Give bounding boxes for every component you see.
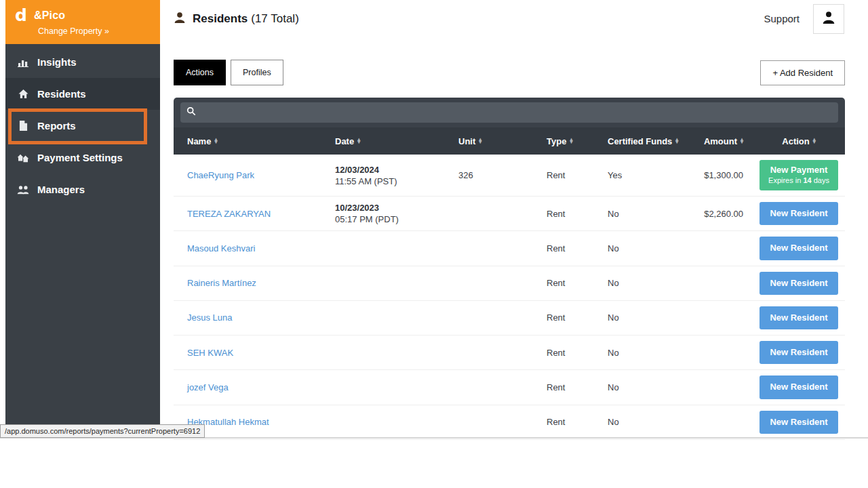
time-value: 11:55 AM (PST): [335, 176, 458, 186]
column-header-name[interactable]: Name ▴▾: [174, 136, 335, 146]
action-button-label: New Resident: [762, 382, 835, 392]
cell-type: Rent: [547, 382, 608, 392]
support-link[interactable]: Support: [764, 13, 800, 24]
sidebar-item-label: Reports: [37, 120, 76, 131]
cell-certified-funds: No: [608, 278, 685, 288]
search-icon: [186, 106, 196, 119]
cell-certified-funds: No: [608, 312, 685, 323]
cell-unit: 326: [458, 170, 547, 180]
table-row: TEREZA ZAKARYAN10/23/202305:17 PM (PDT)R…: [174, 197, 845, 231]
sidebar-item-reports[interactable]: Reports: [5, 110, 160, 142]
column-header-amount[interactable]: Amount ▴▾: [685, 136, 753, 146]
cell-certified-funds: No: [608, 417, 685, 427]
action-button-label: New Resident: [762, 347, 835, 358]
table-header-row: Name ▴▾ Date ▴▾ Unit ▴▾ Type ▴▾ Certifie…: [174, 127, 845, 155]
sort-icon: ▴▾: [479, 138, 481, 144]
sidebar-item-insights[interactable]: Insights: [5, 46, 160, 78]
residents-table: Name ▴▾ Date ▴▾ Unit ▴▾ Type ▴▾ Certifie…: [174, 98, 845, 440]
resident-person-icon: [174, 12, 186, 26]
new-payment-button[interactable]: New PaymentExpires in 14 days: [760, 160, 838, 190]
sidebar-item-residents[interactable]: Residents: [5, 78, 160, 110]
column-label: Amount: [704, 136, 737, 146]
resident-name-link[interactable]: jozef Vega: [187, 382, 229, 392]
time-value: 05:17 PM (PDT): [335, 214, 458, 224]
table-row: Raineris MartínezRentNoNew Resident: [174, 266, 845, 301]
action-button-label: New Resident: [762, 243, 835, 253]
sidebar: d &Pico Change Property » Insights Resid…: [5, 0, 160, 437]
domuso-logo-icon: d: [15, 7, 27, 24]
new-resident-button[interactable]: New Resident: [760, 411, 838, 434]
cell-name: ChaeRyung Park: [174, 170, 335, 180]
new-resident-button[interactable]: New Resident: [760, 306, 838, 329]
resident-name-link[interactable]: TEREZA ZAKARYAN: [187, 209, 271, 219]
column-header-action[interactable]: Action ▴▾: [753, 136, 845, 146]
table-toolbar: Name ▴▾ Date ▴▾ Unit ▴▾ Type ▴▾ Certifie…: [174, 98, 845, 155]
action-button-label: New Resident: [762, 208, 835, 219]
column-label: Name: [187, 136, 211, 146]
page-title: Residents(17 Total): [193, 12, 299, 26]
action-button-label: New Payment: [762, 165, 835, 176]
search-box[interactable]: [180, 102, 838, 123]
new-resident-button[interactable]: New Resident: [760, 237, 838, 260]
cell-action: New Resident: [753, 237, 845, 260]
table-row: Hekmatullah HekmatRentNoNew Resident: [174, 405, 845, 440]
cell-certified-funds: No: [608, 348, 685, 358]
column-header-certified-funds[interactable]: Certified Funds ▴▾: [608, 136, 685, 146]
sort-icon: ▴▾: [357, 138, 360, 144]
table-row: jozef VegaRentNoNew Resident: [174, 370, 845, 405]
table-row: Masoud KeshvariRentNoNew Resident: [174, 231, 845, 266]
cell-name: SEH KWAK: [174, 348, 335, 358]
cell-certified-funds: No: [608, 382, 685, 392]
cell-type: Rent: [547, 209, 608, 219]
table-row: SEH KWAKRentNoNew Resident: [174, 336, 845, 370]
cell-amount: $2,260.00: [685, 209, 753, 219]
account-menu-button[interactable]: [813, 4, 844, 34]
new-resident-button[interactable]: New Resident: [760, 341, 838, 364]
page-title-main: Residents: [193, 12, 248, 25]
cell-action: New PaymentExpires in 14 days: [753, 160, 845, 190]
tab-actions[interactable]: Actions: [174, 60, 226, 85]
bar-chart-icon: [17, 57, 29, 68]
search-input[interactable]: [200, 108, 832, 118]
add-resident-button[interactable]: + Add Resident: [760, 60, 845, 85]
new-resident-button[interactable]: New Resident: [760, 272, 838, 295]
people-icon: [17, 185, 29, 195]
cell-action: New Resident: [753, 375, 845, 399]
column-label: Type: [547, 136, 566, 146]
column-label: Certified Funds: [608, 136, 672, 146]
resident-name-link[interactable]: ChaeRyung Park: [187, 170, 254, 180]
property-name: &Pico: [34, 9, 65, 22]
resident-name-link[interactable]: Raineris Martínez: [187, 278, 256, 288]
column-label: Action: [782, 136, 809, 146]
column-header-unit[interactable]: Unit ▴▾: [458, 136, 547, 146]
resident-name-link[interactable]: Masoud Keshvari: [187, 243, 255, 253]
cell-action: New Resident: [753, 306, 845, 329]
cell-amount: $1,300.00: [685, 170, 753, 180]
link-preview-statusbar: /app.domuso.com/reports/payments?current…: [0, 424, 205, 438]
column-header-date[interactable]: Date ▴▾: [335, 136, 458, 146]
change-property-link[interactable]: Change Property »: [38, 26, 151, 36]
houses-icon: [17, 153, 29, 163]
property-header: d &Pico Change Property »: [5, 0, 160, 44]
cell-name: Masoud Keshvari: [174, 243, 335, 253]
tab-profiles[interactable]: Profiles: [231, 60, 283, 85]
new-resident-button[interactable]: New Resident: [760, 202, 838, 225]
resident-name-link[interactable]: Jesus Luna: [187, 312, 233, 323]
new-resident-button[interactable]: New Resident: [760, 375, 838, 399]
date-value: 10/23/2023: [335, 203, 458, 213]
sidebar-item-managers[interactable]: Managers: [5, 174, 160, 205]
column-header-type[interactable]: Type ▴▾: [547, 136, 608, 146]
cell-name: Jesus Luna: [174, 312, 335, 323]
table-row: ChaeRyung Park12/03/202411:55 AM (PST)32…: [174, 155, 845, 197]
sort-icon: ▴▾: [570, 138, 572, 144]
column-label: Date: [335, 136, 354, 146]
cell-name: TEREZA ZAKARYAN: [174, 209, 335, 219]
house-icon: [17, 89, 29, 99]
cell-type: Rent: [547, 417, 608, 427]
document-icon: [17, 121, 29, 131]
cell-action: New Resident: [753, 202, 845, 225]
resident-name-link[interactable]: SEH KWAK: [187, 348, 233, 358]
sort-icon: ▴▾: [813, 138, 816, 144]
column-label: Unit: [458, 136, 475, 146]
sidebar-item-payment-settings[interactable]: Payment Settings: [5, 142, 160, 174]
